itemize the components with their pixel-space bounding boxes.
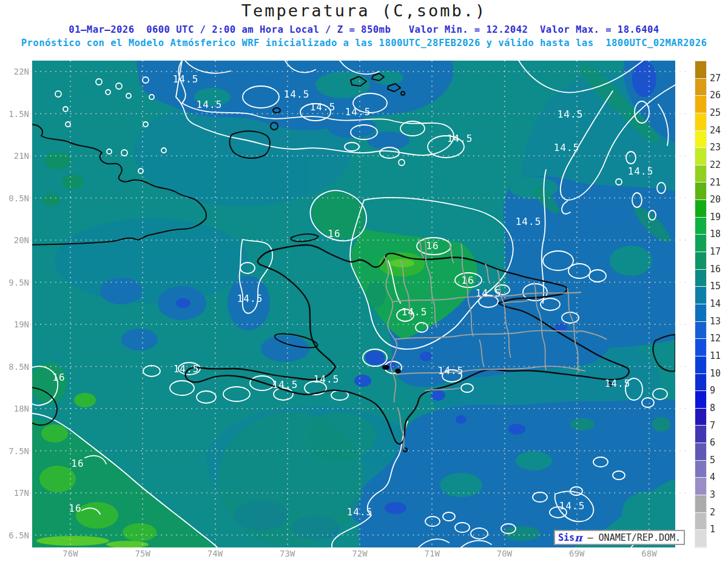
colorbar-segment: [695, 339, 706, 356]
colorbar-tick: 14: [710, 298, 728, 309]
colorbar-tick: 11: [710, 350, 728, 361]
lat-tick-label: 20N: [0, 235, 29, 245]
colorbar-tick: 4: [710, 472, 728, 483]
colorbar-segment: [695, 235, 706, 252]
lon-tick-label: 68W: [641, 549, 656, 558]
colorbar-tick: 27: [710, 73, 728, 84]
colorbar-tick: 5: [710, 455, 728, 466]
colorbar-segment: [695, 79, 706, 96]
contour-label: 14.5: [314, 373, 340, 385]
colorbar-segment: [695, 391, 706, 409]
colorbar-segment: [695, 495, 706, 513]
colorbar-tick: 26: [710, 90, 728, 101]
temperature-map: [0, 0, 728, 562]
colorbar-segment: [695, 322, 706, 340]
colorbar-segment: [695, 530, 706, 547]
lat-tick-label: 17N: [0, 488, 29, 498]
shaded-temperature-field: [30, 59, 692, 549]
sispi-logo-text: Sis: [558, 532, 575, 543]
lat-tick-label: 9.5N: [0, 278, 29, 287]
lat-tick-label: 7.5N: [0, 446, 29, 456]
lat-tick-label: 6.5N: [0, 530, 29, 540]
contour-label: 14.5: [174, 363, 200, 375]
colorbar-segment: [695, 61, 706, 79]
colorbar-tick: 25: [710, 107, 728, 118]
colorbar-segment: [695, 409, 706, 426]
colorbar-segment: [695, 182, 706, 200]
colorbar-segment: [695, 356, 706, 374]
contour-label: 14.5: [345, 106, 371, 118]
colorbar-tick: 9: [710, 385, 728, 396]
colorbar-segment: [695, 513, 706, 530]
colorbar-segment: [695, 252, 706, 270]
colorbar-tick: 16: [710, 264, 728, 275]
colorbar-tick: 10: [710, 368, 728, 379]
contour-label: 16: [52, 372, 65, 383]
colorbar-segment: [695, 304, 706, 322]
colorbar-tick: 3: [710, 489, 728, 500]
contour-label: 14.5: [347, 506, 373, 518]
colorbar-segment: [695, 270, 706, 287]
contour-label: 16: [461, 275, 474, 286]
lon-tick-label: 74W: [207, 549, 223, 558]
colorbar-tick: 12: [710, 333, 728, 344]
contour-label: 14.5: [197, 99, 223, 110]
colorbar-tick: 15: [710, 281, 728, 292]
colorbar-tick: 19: [710, 212, 728, 222]
contour-label: 16: [328, 228, 340, 239]
lat-tick-label: 0.5N: [0, 193, 29, 203]
contour-label: 14.5: [605, 378, 631, 389]
colorbar-tick: 24: [710, 125, 728, 136]
colorbar-tick: 21: [710, 177, 728, 188]
colorbar-segment: [695, 113, 706, 131]
branding-stamp: Sisπ – ONAMET/REP.DOM.: [554, 530, 685, 545]
contour-label: 14.5: [516, 216, 542, 227]
colorbar-segment: [695, 166, 706, 183]
contour-label: 14.5: [447, 133, 473, 144]
contour-label: 14.5: [438, 365, 464, 376]
contour-label: 14.5: [237, 293, 263, 304]
lat-tick-label: 8.5N: [0, 362, 29, 372]
contour-label: 14.5: [173, 73, 199, 85]
contour-label: 14.5: [402, 306, 428, 318]
contour-label: 14.5: [628, 166, 654, 177]
lat-tick-label: 18N: [0, 404, 29, 413]
colorbar-segment: [695, 131, 706, 149]
colorbar-tick: 22: [710, 159, 728, 170]
colorbar-tick: 20: [710, 194, 728, 205]
contour-label: 14.5: [554, 142, 580, 153]
weather-map-page: Temperatura (C,somb.) 01–Mar–2026 0600 U…: [0, 0, 728, 562]
lat-tick-label: 19N: [0, 319, 29, 329]
lon-tick-label: 76W: [62, 549, 78, 558]
lat-tick-label: 21N: [0, 151, 29, 161]
contour-label: 14.5: [558, 109, 584, 120]
colorbar-tick: 6: [710, 437, 728, 448]
colorbar-segment: [695, 218, 706, 235]
colorbar-tick: 7: [710, 420, 728, 431]
lon-tick-label: 69W: [569, 549, 584, 558]
colorbar-segment: [695, 200, 706, 218]
colorbar-segment: [695, 443, 706, 461]
colorbar-tick: 2: [710, 507, 728, 518]
lon-tick-label: 75W: [135, 549, 150, 558]
contour-label: 14.5: [284, 89, 310, 100]
temperature-colorbar: [695, 61, 707, 548]
colorbar-segment: [695, 374, 706, 392]
lon-tick-label: 73W: [280, 549, 295, 558]
lon-tick-label: 71W: [425, 549, 440, 558]
contour-label: 14.5: [310, 101, 336, 113]
colorbar-segment: [695, 287, 706, 304]
colorbar-tick: 8: [710, 403, 728, 413]
onamet-label: – ONAMET/REP.DOM.: [582, 532, 681, 543]
colorbar-tick: 23: [710, 142, 728, 153]
colorbar-segment: [695, 461, 706, 478]
colorbar-tick: 17: [710, 246, 728, 257]
contour-label: 16: [69, 503, 81, 514]
lat-tick-label: 1.5N: [0, 109, 29, 119]
colorbar-segment: [695, 478, 706, 495]
contour-label: 14.5: [476, 287, 502, 299]
contour-label: 16: [426, 240, 439, 252]
lat-tick-label: 22N: [0, 67, 29, 76]
lon-tick-label: 72W: [352, 549, 367, 558]
contour-label: 14.5: [559, 500, 585, 512]
